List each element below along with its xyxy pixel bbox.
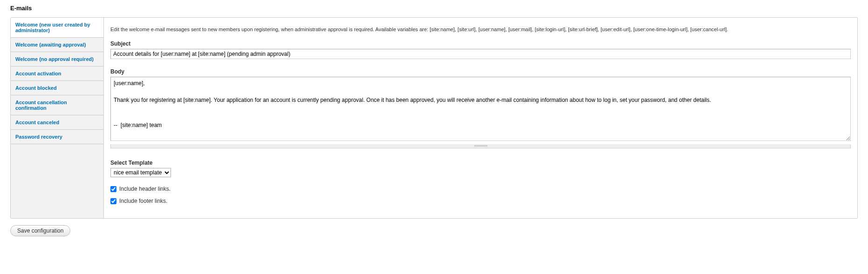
tab-account-canceled[interactable]: Account canceled — [11, 115, 103, 130]
include-header-checkbox[interactable] — [110, 186, 116, 192]
body-label: Body — [110, 68, 851, 75]
body-wrapper — [110, 77, 851, 142]
tab-welcome-no-approval[interactable]: Welcome (no approval required) — [11, 52, 103, 67]
tab-account-cancellation-confirmation[interactable]: Account cancellation confirmation — [11, 95, 103, 115]
tab-password-recovery[interactable]: Password recovery — [11, 130, 103, 144]
include-footer-checkbox[interactable] — [110, 198, 116, 204]
tab-account-activation[interactable]: Account activation — [11, 67, 103, 81]
select-template-label: Select Template — [110, 160, 851, 166]
include-footer-label: Include footer links. — [119, 198, 167, 204]
main-container: Welcome (new user created by administrat… — [10, 17, 858, 219]
tab-sidebar: Welcome (new user created by administrat… — [11, 18, 104, 218]
page-title: E-mails — [10, 0, 858, 17]
save-configuration-button[interactable]: Save configuration — [10, 225, 70, 236]
include-footer-row: Include footer links. — [110, 198, 851, 204]
include-header-row: Include header links. — [110, 186, 851, 192]
tab-account-blocked[interactable]: Account blocked — [11, 81, 103, 95]
tab-welcome-awaiting-approval[interactable]: Welcome (awaiting approval) — [11, 38, 103, 52]
subject-input[interactable] — [110, 49, 851, 59]
description-text: Edit the welcome e-mail messages sent to… — [110, 26, 851, 33]
body-textarea[interactable] — [110, 77, 851, 141]
include-header-label: Include header links. — [119, 186, 171, 192]
tab-welcome-admin-created[interactable]: Welcome (new user created by administrat… — [11, 18, 104, 38]
subject-label: Subject — [110, 40, 851, 47]
content-area: Edit the welcome e-mail messages sent to… — [104, 18, 857, 218]
select-template-dropdown[interactable]: nice email template — [110, 168, 171, 177]
textarea-resize-grippie[interactable] — [110, 144, 851, 148]
